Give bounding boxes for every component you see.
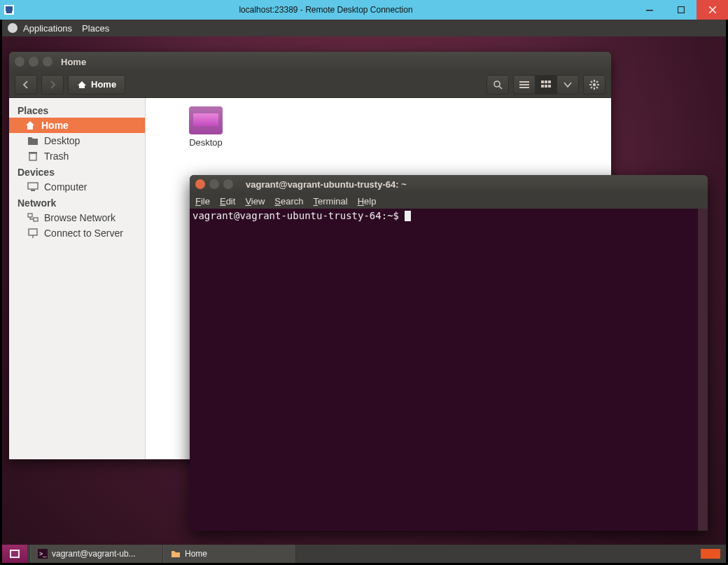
rdp-close-button[interactable]: [696, 0, 728, 20]
sidebar-item-computer[interactable]: Computer: [9, 179, 145, 195]
svg-rect-2: [6, 11, 12, 13]
terminal-body[interactable]: vagrant@vagrant-ubuntu-trusty-64:~$: [190, 209, 708, 531]
svg-rect-31: [28, 214, 32, 217]
files-maximize-button[interactable]: [43, 57, 52, 67]
terminal-prompt: vagrant@vagrant-ubuntu-trusty-64:~$: [192, 210, 405, 221]
files-toolbar: Home: [9, 71, 611, 98]
gnome-top-panel: Applications Places: [2, 20, 726, 36]
menu-view[interactable]: View: [245, 196, 265, 207]
folder-desktop-icon: [189, 106, 223, 134]
terminal-window-title: vagrant@vagrant-ubuntu-trusty-64: ~: [246, 179, 407, 190]
file-item-desktop[interactable]: Desktop: [178, 106, 234, 148]
path-home-button[interactable]: Home: [68, 75, 125, 95]
gnome-bottom-panel: >_ vagrant@vagrant-ub... Home: [2, 545, 726, 563]
search-icon: [493, 80, 503, 90]
svg-rect-27: [29, 153, 36, 160]
taskbar-item-files[interactable]: Home: [163, 545, 296, 563]
files-minimize-button[interactable]: [29, 57, 38, 67]
list-icon: [519, 81, 529, 89]
view-options-button[interactable]: [556, 75, 579, 95]
menu-file[interactable]: File: [195, 196, 210, 207]
svg-rect-33: [29, 229, 37, 235]
ubuntu-logo-icon: [8, 23, 18, 33]
svg-line-24: [596, 87, 598, 88]
rdp-app-icon: [4, 5, 14, 15]
chevron-down-icon: [564, 81, 572, 88]
svg-rect-30: [31, 190, 35, 191]
rdp-maximize-button[interactable]: [665, 0, 696, 20]
folder-icon: [27, 135, 38, 146]
svg-rect-10: [519, 84, 529, 85]
terminal-window: vagrant@vagrant-ubuntu-trusty-64: ~ File…: [190, 175, 708, 531]
home-icon: [24, 120, 36, 131]
svg-point-18: [593, 83, 596, 85]
svg-text:>_: >_: [39, 550, 47, 557]
sidebar-places-header: Places: [9, 102, 145, 118]
terminal-close-button[interactable]: [195, 179, 205, 189]
remote-desktop-area: Applications Places Home Home: [2, 20, 726, 563]
svg-rect-11: [519, 87, 529, 88]
svg-rect-14: [548, 81, 551, 83]
settings-button[interactable]: [583, 75, 606, 95]
grid-icon: [541, 81, 551, 89]
places-menu[interactable]: Places: [82, 23, 109, 34]
search-button[interactable]: [486, 75, 509, 95]
show-desktop-icon: [9, 549, 20, 559]
svg-rect-28: [29, 152, 37, 153]
gear-icon: [589, 80, 599, 90]
rdp-titlebar: localhost:23389 - Remote Desktop Connect…: [0, 0, 728, 20]
svg-line-25: [596, 81, 598, 83]
sidebar-item-connect-server[interactable]: Connect to Server: [9, 225, 145, 241]
files-window-title: Home: [61, 57, 86, 67]
sidebar-item-home[interactable]: Home: [9, 118, 145, 133]
files-sidebar: Places Home Desktop Trash Devices Comput…: [9, 98, 146, 459]
show-desktop-button[interactable]: [2, 545, 27, 563]
folder-icon: [171, 549, 181, 559]
files-titlebar[interactable]: Home: [9, 52, 611, 71]
server-icon: [27, 228, 38, 239]
terminal-minimize-button[interactable]: [209, 179, 219, 189]
svg-rect-3: [646, 10, 653, 11]
sidebar-network-header: Network: [9, 195, 145, 210]
svg-rect-32: [34, 218, 38, 221]
terminal-maximize-button[interactable]: [223, 179, 233, 189]
svg-rect-29: [28, 183, 38, 189]
sidebar-item-trash[interactable]: Trash: [9, 148, 145, 164]
svg-rect-13: [545, 81, 547, 83]
trash-icon: [27, 151, 38, 162]
sidebar-item-browse-network[interactable]: Browse Network: [9, 210, 145, 225]
files-close-button[interactable]: [15, 57, 24, 67]
network-icon: [27, 212, 38, 223]
rdp-window-title: localhost:23389 - Remote Desktop Connect…: [18, 5, 634, 15]
terminal-titlebar[interactable]: vagrant@vagrant-ubuntu-trusty-64: ~: [190, 175, 708, 193]
svg-rect-4: [678, 7, 684, 13]
svg-rect-1: [6, 6, 13, 11]
terminal-scrollbar[interactable]: [698, 209, 708, 531]
menu-help[interactable]: Help: [358, 196, 377, 207]
menu-edit[interactable]: Edit: [220, 196, 235, 207]
workspace-switcher[interactable]: [701, 549, 720, 559]
svg-line-8: [499, 86, 502, 89]
svg-line-23: [591, 81, 592, 83]
back-button[interactable]: [15, 75, 37, 95]
svg-rect-15: [541, 85, 544, 88]
view-list-button[interactable]: [513, 75, 536, 95]
svg-line-26: [591, 87, 592, 88]
svg-rect-12: [541, 81, 544, 83]
computer-icon: [27, 181, 38, 193]
svg-rect-16: [545, 85, 547, 88]
svg-rect-17: [548, 85, 551, 88]
terminal-menubar: File Edit View Search Terminal Help: [190, 193, 708, 209]
taskbar-item-terminal[interactable]: >_ vagrant@vagrant-ub...: [30, 545, 163, 563]
forward-button[interactable]: [41, 75, 64, 95]
svg-rect-9: [519, 81, 529, 83]
menu-terminal[interactable]: Terminal: [314, 196, 348, 207]
terminal-cursor: [405, 211, 411, 221]
applications-menu[interactable]: Applications: [23, 23, 72, 34]
menu-search[interactable]: Search: [274, 196, 303, 207]
svg-point-7: [494, 81, 500, 87]
svg-rect-36: [11, 551, 18, 557]
sidebar-item-desktop[interactable]: Desktop: [9, 133, 145, 148]
view-grid-button[interactable]: [535, 75, 557, 95]
rdp-minimize-button[interactable]: [634, 0, 665, 20]
